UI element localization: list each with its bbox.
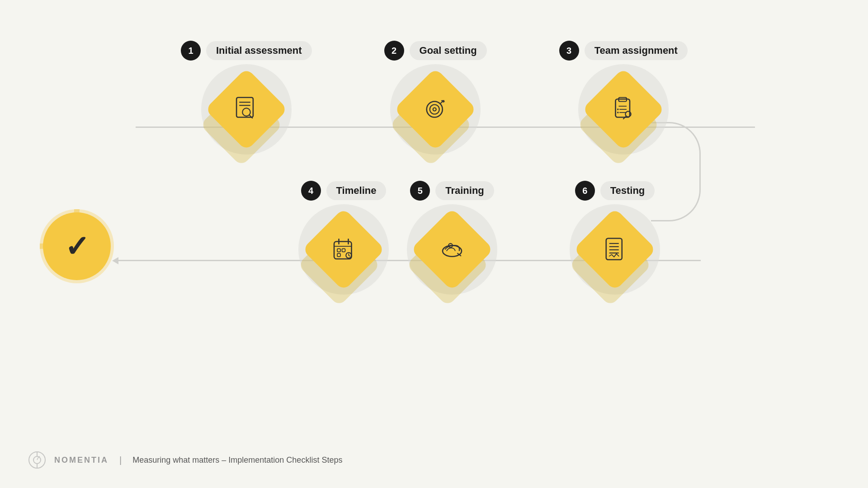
step-icon-1 [201,64,292,155]
main-container: 1 Initial assessment [0,0,868,488]
logo-icon [27,450,47,470]
step-label-4: Timeline [326,181,387,200]
step-icon-3 [578,64,669,155]
svg-line-36 [349,255,350,256]
svg-rect-31 [337,249,340,252]
step-number-6: 6 [575,181,595,201]
step-number-4: 4 [301,181,321,201]
step-icon-6 [570,204,660,295]
step-4: 4 Timeline [298,181,389,295]
svg-point-6 [430,105,439,114]
svg-rect-27 [334,242,352,259]
step-label-1: Initial assessment [206,41,312,60]
svg-point-13 [617,108,619,110]
step-1: 1 Initial assessment [181,41,312,155]
step-number-1: 1 [181,41,201,61]
footer-divider: | [119,455,122,465]
footer: NOMENTIA | Measuring what matters – Impl… [27,450,342,470]
step-icon-2 [390,64,481,155]
check-icon: ✓ [65,230,89,263]
step-3: 3 Team assignment [559,41,688,155]
svg-rect-0 [236,98,253,117]
step-6: 6 Testing [570,181,660,295]
svg-rect-33 [337,253,340,257]
step-2: 2 Goal setting [384,41,487,155]
completion-circle: ✓ [36,206,118,287]
footer-tagline: Measuring what matters – Implementation … [132,455,342,465]
step-number-3: 3 [559,41,579,61]
step-label-2: Goal setting [410,41,487,60]
step-icon-5 [407,204,497,295]
step-label-6: Testing [600,181,655,200]
step-number-5: 5 [410,181,430,201]
svg-point-15 [617,112,619,113]
step-label-3: Team assignment [585,41,688,60]
step-icon-4 [298,204,389,295]
logo-text: NOMENTIA [54,455,108,465]
step-5: 5 Training [407,181,497,295]
svg-point-7 [433,108,436,111]
svg-rect-32 [342,249,345,252]
step-label-5: Training [435,181,494,200]
step-number-2: 2 [384,41,404,61]
